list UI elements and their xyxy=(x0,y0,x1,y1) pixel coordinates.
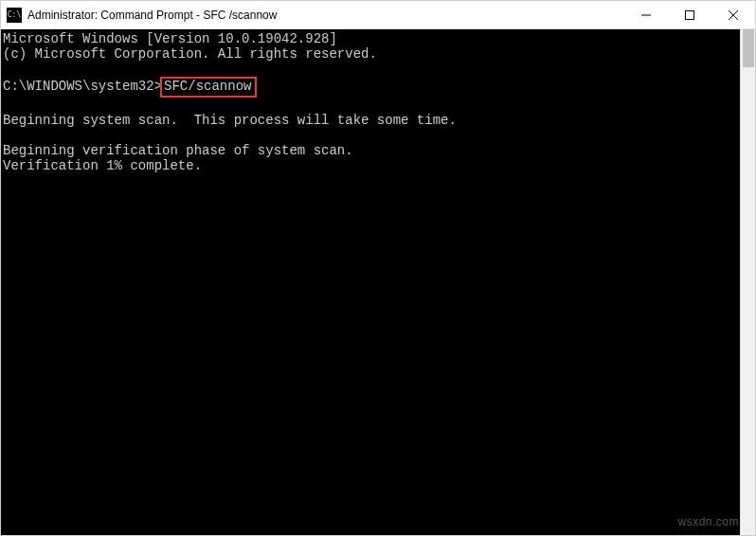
copyright-line: (c) Microsoft Corporation. All rights re… xyxy=(3,46,377,62)
maximize-button[interactable] xyxy=(668,1,711,28)
command-text: SFC/scannow xyxy=(164,79,251,94)
terminal-output[interactable]: Microsoft Windows [Version 10.0.19042.92… xyxy=(1,29,740,535)
close-button[interactable] xyxy=(711,1,755,28)
version-line: Microsoft Windows [Version 10.0.19042.92… xyxy=(3,31,337,46)
command-highlight: SFC/scannow xyxy=(160,77,257,98)
svg-rect-1 xyxy=(686,10,694,19)
cmd-icon: C:\ xyxy=(7,8,22,23)
scrollbar-thumb[interactable] xyxy=(743,29,754,67)
scan-begin-line: Beginning system scan. This process will… xyxy=(3,113,457,128)
terminal-container: Microsoft Windows [Version 10.0.19042.92… xyxy=(1,29,755,535)
verification-phase-line: Beginning verification phase of system s… xyxy=(3,143,353,158)
vertical-scrollbar[interactable] xyxy=(740,29,755,535)
command-prompt-window: C:\ Administrator: Command Prompt - SFC … xyxy=(0,0,756,536)
titlebar[interactable]: C:\ Administrator: Command Prompt - SFC … xyxy=(1,1,755,29)
prompt-path: C:\WINDOWS\system32> xyxy=(3,79,162,94)
window-controls xyxy=(624,1,755,28)
window-title: Administrator: Command Prompt - SFC /sca… xyxy=(27,9,624,22)
verification-progress-line: Verification 1% complete. xyxy=(3,158,202,173)
cmd-icon-text: C:\ xyxy=(8,11,21,19)
minimize-button[interactable] xyxy=(624,1,668,28)
